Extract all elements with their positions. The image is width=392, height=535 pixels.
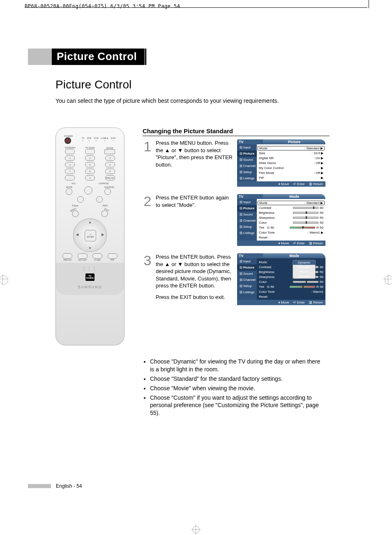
osd-screenshot-2: TVMode Input Picture Sound Channel Setup… [237, 194, 325, 246]
channel-icon [240, 164, 242, 167]
osd1-film-value: : Off [314, 171, 320, 175]
osd1-pip-label: PIP [259, 176, 264, 180]
foot-move: Move [281, 301, 289, 304]
title-grey-block [28, 49, 52, 65]
step-2-text: Press the ENTER button again to select "… [156, 194, 234, 246]
arrow-right-icon: ▶ [321, 156, 323, 160]
reg-mark-left-icon [0, 276, 8, 285]
osd-side-listings: Listings [243, 290, 254, 294]
reg-mark-bottom-icon [192, 526, 200, 533]
popup-standard: Standard [293, 265, 315, 269]
osd2-footer: ♦ Move⏎ Enter▥ Return [237, 241, 325, 246]
osd-side-channel: Channel [243, 164, 256, 168]
nav-left-icon: ◀ [76, 233, 78, 236]
num-6: 6 [105, 162, 115, 167]
osd2-reset-label: Reset [259, 236, 267, 239]
setup-icon [240, 171, 242, 174]
osd-side-sound: Sound [243, 158, 253, 162]
chpage-label: CH/PAGE [99, 182, 108, 185]
num-2: 2 [85, 155, 95, 161]
osd3-tint-green: G 50 [267, 285, 274, 289]
osd1-film-label: Film Mode [259, 171, 274, 175]
osd-screenshot-1: TVPicture Input Picture Sound Channel Se… [237, 139, 325, 187]
num-4: 4 [65, 162, 75, 167]
osd2-tone-value: : Warm1 [308, 231, 320, 234]
osd1-dnie-label: DNIe Demo [259, 161, 276, 165]
listings-icon [240, 291, 242, 294]
osd3-contrast-label: Contrast [259, 265, 271, 269]
osd2-sharpness-value: 50 [320, 216, 323, 220]
osd3-sharpness-value: 50 [320, 275, 323, 279]
chlist-button [78, 253, 88, 259]
osd-side-input: Input [243, 146, 251, 149]
osd-side-picture: Picture [243, 206, 254, 210]
picture-icon [240, 207, 242, 210]
osd-tv-label: TV [237, 139, 263, 144]
osd-side-input: Input [243, 200, 251, 204]
osd3-contrast-value: 80 [320, 265, 323, 269]
input-icon [240, 146, 242, 149]
num-7: 7 [65, 169, 75, 174]
sound-icon [240, 272, 242, 275]
chapter-title: Picture Control [52, 49, 147, 65]
osd2-tint-red: R 50 [316, 226, 323, 229]
osd2-color-value: 50 [320, 221, 323, 225]
arrow-right-icon: ▶ [321, 176, 323, 180]
osd2-contrast-value: 80 [320, 206, 323, 210]
source-button [104, 188, 111, 195]
foot-return: Return [313, 182, 323, 186]
osd1-mcc-label: My Color Control [259, 166, 284, 170]
osd3-title: Mode [263, 253, 325, 258]
osd3-tone-value: : Warm1 [311, 290, 323, 294]
nav-right-icon: ▶ [101, 233, 104, 236]
footer-text: English - 54 [56, 483, 82, 489]
num-1: 1 [65, 155, 75, 161]
osd-tv-label: TV [237, 194, 263, 199]
favch-label: FAV.CH [62, 259, 72, 261]
osd3-sidebar: Input Picture Sound Channel Setup Listin… [237, 258, 257, 300]
listings-icon [240, 232, 242, 234]
osd1-dnr-label: Digital NR [259, 156, 274, 160]
picture-icon [240, 266, 242, 269]
channel-icon [240, 278, 242, 281]
osd2-mode-label: Mode [259, 201, 267, 205]
intro-text: You can select the type of picture which… [55, 97, 279, 104]
osd-side-channel: Channel [243, 219, 256, 222]
notes-list: Choose "Dynamic" for viewing the TV duri… [143, 358, 323, 419]
enter-button: ⏎ENTER [85, 230, 96, 241]
step-3: 3 Press the ENTER button. Press the ▲ or… [143, 253, 330, 305]
osd1-dnie-value: : Off [314, 161, 320, 165]
osd2-tint-label: Tint [259, 226, 264, 229]
nav-down-icon: ▼ [88, 246, 92, 250]
power-label: POWER [65, 135, 73, 137]
step-3-number: 3 [143, 253, 152, 305]
num-9: 9 [105, 169, 115, 174]
bullet-2: Choose "Standard" for the standard facto… [150, 375, 323, 383]
instructions-column: Changing the Picture Standard 1 Press th… [143, 127, 330, 313]
osd3-mode-label: Mode [259, 260, 267, 264]
popup-custom: Custom [293, 274, 315, 278]
osd-side-listings: Listings [243, 176, 254, 180]
input-icon [240, 201, 242, 204]
setup-icon [240, 285, 242, 287]
dnet-button [92, 253, 102, 259]
osd2-brightness-label: Brightness [259, 211, 274, 215]
osd2-tone-label: Color Tone [259, 231, 275, 234]
bullet-4: Choose "Custom" if you want to adjust th… [150, 394, 323, 417]
step-3-text: Press the ENTER button. Press the ▲ or ▼… [156, 253, 234, 305]
arrow-right-icon: ▶ [321, 146, 323, 150]
osd-side-listings: Listings [243, 231, 254, 235]
info-label: INFO [102, 204, 108, 207]
osd3-tone-label: Color Tone [259, 290, 275, 294]
favch-button [62, 253, 72, 259]
manual-page: BP68-00520A-00Eng(054~075) 6/3/05 3:54 P… [0, 0, 392, 535]
osd2-color-label: Color [259, 221, 267, 225]
arrow-right-icon: ▶ [321, 151, 323, 155]
tvguide-button [85, 149, 95, 154]
osd3-brightness-value: 50 [320, 270, 323, 274]
osd-side-setup: Setup [243, 225, 252, 229]
foot-move: Move [281, 241, 289, 245]
osd1-sidebar: Input Picture Sound Channel Setup Listin… [237, 144, 257, 181]
osd2-title: Mode [263, 194, 325, 199]
osd2-contrast-label: Contrast [259, 206, 271, 210]
